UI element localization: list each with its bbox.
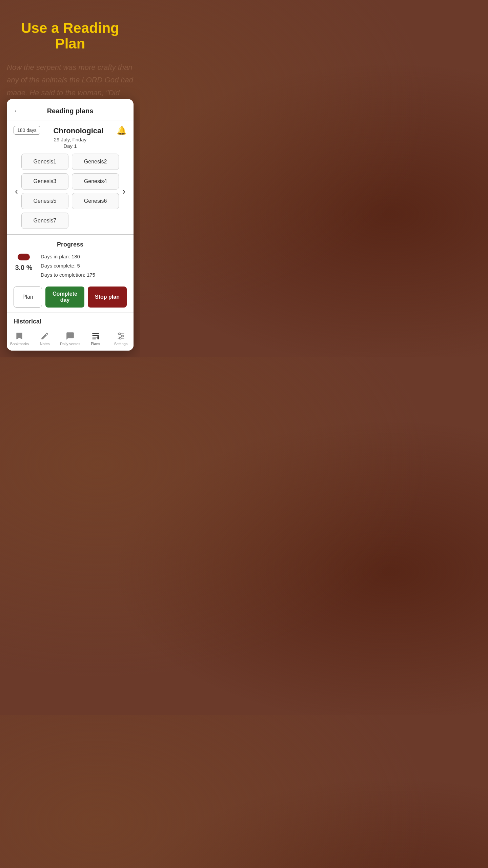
days-to-completion: Days to completion: 175: [41, 272, 127, 278]
promo-title: Use a Reading Plan: [0, 0, 140, 58]
nav-item-settings[interactable]: Settings: [111, 332, 131, 346]
stop-plan-button[interactable]: Stop plan: [88, 287, 127, 308]
plan-date: 29 July, Friday: [14, 137, 127, 142]
nav-label-bookmarks: Bookmarks: [10, 342, 29, 346]
days-complete: Days complete: 5: [41, 263, 127, 269]
progress-title: Progress: [14, 241, 127, 248]
modal-title: Reading plans: [24, 107, 117, 115]
chapter-genesis5-button[interactable]: Genesis5: [21, 193, 68, 209]
plan-day: Day 1: [14, 143, 127, 149]
svg-point-8: [119, 333, 120, 335]
bottom-nav: Bookmarks Notes Daily verses Plans: [7, 328, 134, 351]
nav-item-bookmarks[interactable]: Bookmarks: [9, 332, 29, 346]
chapter-genesis7-button[interactable]: Genesis7: [21, 213, 68, 229]
historical-title: Historical: [14, 318, 41, 325]
sliders-icon: [117, 332, 125, 340]
nav-label-settings: Settings: [114, 342, 128, 346]
days-badge: 180 days: [14, 126, 40, 135]
svg-point-10: [119, 337, 121, 339]
chapter-genesis6-button[interactable]: Genesis6: [72, 193, 119, 209]
chapter-genesis3-button[interactable]: Genesis3: [21, 173, 68, 190]
historical-section: Historical: [7, 313, 134, 328]
progress-section: Progress 3.0 % Days in plan: 180 Days co…: [7, 235, 134, 313]
nav-label-notes: Notes: [40, 342, 50, 346]
plan-button[interactable]: Plan: [14, 287, 42, 308]
progress-percent: 3.0 %: [15, 264, 32, 272]
svg-rect-4: [97, 336, 99, 339]
nav-label-plans: Plans: [91, 342, 100, 346]
chapter-genesis4-button[interactable]: Genesis4: [72, 173, 119, 190]
days-in-plan: Days in plan: 180: [41, 254, 127, 259]
list-icon: [91, 332, 100, 340]
svg-point-9: [121, 335, 123, 337]
svg-rect-1: [92, 335, 99, 336]
pencil-icon: [40, 332, 49, 340]
svg-rect-0: [92, 333, 99, 334]
bookmark-icon: [15, 332, 24, 340]
svg-rect-3: [92, 339, 96, 339]
nav-item-notes[interactable]: Notes: [35, 332, 55, 346]
progress-dot: [18, 254, 30, 260]
bell-icon[interactable]: 🔔: [117, 126, 127, 135]
chapters-wrapper: ‹ Genesis1 Genesis2 Genesis3 Genesis4 Ge…: [14, 154, 127, 229]
modal-card: ← Reading plans 180 days Chronological 🔔…: [7, 99, 134, 351]
chapter-genesis2-button[interactable]: Genesis2: [72, 154, 119, 170]
plan-section: 180 days Chronological 🔔 29 July, Friday…: [7, 120, 134, 235]
progress-stats: Days in plan: 180 Days complete: 5 Days …: [41, 254, 127, 281]
plan-name: Chronological: [40, 126, 117, 135]
prev-arrow-button[interactable]: ‹: [14, 186, 19, 197]
nav-item-plans[interactable]: Plans: [85, 332, 106, 346]
nav-label-daily-verses: Daily verses: [60, 342, 80, 346]
chapters-grid: Genesis1 Genesis2 Genesis3 Genesis4 Gene…: [21, 154, 119, 229]
nav-item-daily-verses[interactable]: Daily verses: [60, 332, 80, 346]
next-arrow-button[interactable]: ›: [121, 186, 127, 197]
chat-icon: [66, 332, 75, 340]
back-button[interactable]: ←: [14, 105, 24, 117]
chapter-genesis1-button[interactable]: Genesis1: [21, 154, 68, 170]
complete-day-button[interactable]: Complete day: [45, 287, 84, 308]
modal-header: ← Reading plans: [7, 99, 134, 120]
